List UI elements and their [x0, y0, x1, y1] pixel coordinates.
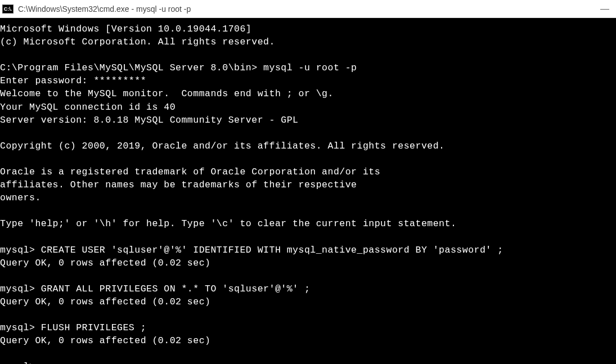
window-title-bar: C:\. C:\Windows\System32\cmd.exe - mysql…: [0, 0, 616, 18]
cmd-icon: C:\.: [2, 5, 14, 14]
terminal-output[interactable]: Microsoft Windows [Version 10.0.19044.17…: [0, 18, 616, 364]
minimize-button[interactable]: —: [601, 6, 608, 12]
window-title: C:\Windows\System32\cmd.exe - mysql -u r…: [18, 5, 601, 14]
window-controls: —: [601, 6, 608, 12]
